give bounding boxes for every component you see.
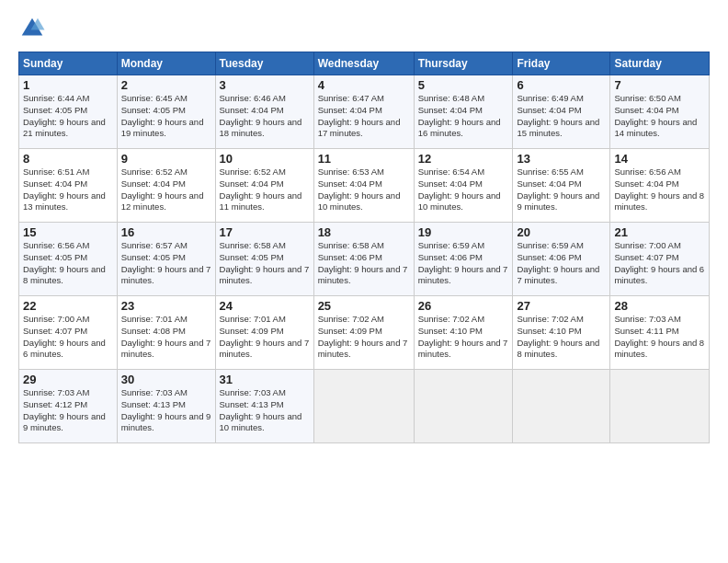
- calendar-cell: [513, 370, 610, 443]
- day-number: 8: [23, 152, 113, 166]
- day-info: Sunrise: 7:02 AMSunset: 4:10 PMDaylight:…: [517, 314, 606, 361]
- calendar-cell: 22Sunrise: 7:00 AMSunset: 4:07 PMDayligh…: [19, 296, 118, 370]
- day-number: 12: [418, 152, 509, 166]
- calendar-cell: 31Sunrise: 7:03 AMSunset: 4:13 PMDayligh…: [215, 370, 313, 443]
- day-info: Sunrise: 6:48 AMSunset: 4:04 PMDaylight:…: [418, 93, 509, 140]
- calendar-cell: 18Sunrise: 6:58 AMSunset: 4:06 PMDayligh…: [313, 223, 414, 296]
- calendar-cell: 13Sunrise: 6:55 AMSunset: 4:04 PMDayligh…: [513, 149, 610, 223]
- calendar-table: SundayMondayTuesdayWednesdayThursdayFrid…: [18, 52, 710, 443]
- day-number: 26: [418, 299, 509, 313]
- day-info: Sunrise: 6:46 AMSunset: 4:04 PMDaylight:…: [220, 93, 310, 140]
- day-number: 23: [121, 299, 211, 313]
- day-info: Sunrise: 6:52 AMSunset: 4:04 PMDaylight:…: [121, 167, 211, 213]
- calendar-cell: 20Sunrise: 6:59 AMSunset: 4:06 PMDayligh…: [513, 223, 610, 296]
- day-number: 13: [517, 152, 606, 166]
- col-header-sunday: Sunday: [19, 52, 118, 75]
- day-info: Sunrise: 6:50 AMSunset: 4:04 PMDaylight:…: [614, 93, 705, 140]
- day-info: Sunrise: 6:56 AMSunset: 4:04 PMDaylight:…: [614, 167, 705, 213]
- day-number: 17: [220, 225, 310, 239]
- day-info: Sunrise: 6:45 AMSunset: 4:05 PMDaylight:…: [121, 93, 211, 140]
- col-header-saturday: Saturday: [610, 52, 710, 75]
- calendar-cell: 24Sunrise: 7:01 AMSunset: 4:09 PMDayligh…: [215, 296, 313, 370]
- day-number: 6: [517, 78, 606, 92]
- calendar-cell: 25Sunrise: 7:02 AMSunset: 4:09 PMDayligh…: [313, 296, 414, 370]
- calendar-cell: 21Sunrise: 7:00 AMSunset: 4:07 PMDayligh…: [610, 223, 710, 296]
- day-info: Sunrise: 6:52 AMSunset: 4:04 PMDaylight:…: [220, 167, 310, 213]
- header: [18, 15, 710, 42]
- day-info: Sunrise: 7:03 AMSunset: 4:12 PMDaylight:…: [23, 387, 113, 434]
- day-info: Sunrise: 7:03 AMSunset: 4:13 PMDaylight:…: [121, 387, 211, 434]
- day-info: Sunrise: 7:02 AMSunset: 4:10 PMDaylight:…: [418, 314, 509, 361]
- col-header-friday: Friday: [513, 52, 610, 75]
- calendar-cell: 16Sunrise: 6:57 AMSunset: 4:05 PMDayligh…: [117, 223, 215, 296]
- calendar-cell: 29Sunrise: 7:03 AMSunset: 4:12 PMDayligh…: [19, 370, 118, 443]
- day-number: 20: [517, 225, 606, 239]
- week-row-2: 8Sunrise: 6:51 AMSunset: 4:04 PMDaylight…: [19, 149, 710, 223]
- day-number: 31: [220, 373, 310, 386]
- col-header-thursday: Thursday: [414, 52, 513, 75]
- day-number: 4: [318, 78, 410, 92]
- day-number: 28: [614, 299, 705, 313]
- day-number: 29: [23, 373, 113, 386]
- col-header-monday: Monday: [117, 52, 215, 75]
- calendar-cell: 6Sunrise: 6:49 AMSunset: 4:04 PMDaylight…: [513, 75, 610, 149]
- day-number: 18: [318, 225, 410, 239]
- day-number: 3: [220, 78, 310, 92]
- col-header-wednesday: Wednesday: [313, 52, 414, 75]
- day-info: Sunrise: 6:49 AMSunset: 4:04 PMDaylight:…: [517, 93, 606, 140]
- calendar-cell: 26Sunrise: 7:02 AMSunset: 4:10 PMDayligh…: [414, 296, 513, 370]
- calendar-cell: 10Sunrise: 6:52 AMSunset: 4:04 PMDayligh…: [215, 149, 313, 223]
- day-number: 16: [121, 225, 211, 239]
- day-info: Sunrise: 6:47 AMSunset: 4:04 PMDaylight:…: [318, 93, 410, 140]
- day-number: 15: [23, 225, 113, 239]
- week-row-5: 29Sunrise: 7:03 AMSunset: 4:12 PMDayligh…: [19, 370, 710, 443]
- calendar-cell: 5Sunrise: 6:48 AMSunset: 4:04 PMDaylight…: [414, 75, 513, 149]
- day-info: Sunrise: 7:00 AMSunset: 4:07 PMDaylight:…: [23, 314, 113, 361]
- day-info: Sunrise: 7:01 AMSunset: 4:08 PMDaylight:…: [121, 314, 211, 361]
- calendar-cell: 2Sunrise: 6:45 AMSunset: 4:05 PMDaylight…: [117, 75, 215, 149]
- calendar-cell: 1Sunrise: 6:44 AMSunset: 4:05 PMDaylight…: [19, 75, 118, 149]
- calendar-cell: 19Sunrise: 6:59 AMSunset: 4:06 PMDayligh…: [414, 223, 513, 296]
- day-info: Sunrise: 6:55 AMSunset: 4:04 PMDaylight:…: [517, 167, 606, 213]
- day-number: 9: [121, 152, 211, 166]
- day-number: 25: [318, 299, 410, 313]
- calendar-cell: 4Sunrise: 6:47 AMSunset: 4:04 PMDaylight…: [313, 75, 414, 149]
- day-info: Sunrise: 6:51 AMSunset: 4:04 PMDaylight:…: [23, 167, 113, 213]
- calendar-header-row: SundayMondayTuesdayWednesdayThursdayFrid…: [19, 52, 710, 75]
- week-row-1: 1Sunrise: 6:44 AMSunset: 4:05 PMDaylight…: [19, 75, 710, 149]
- day-info: Sunrise: 6:56 AMSunset: 4:05 PMDaylight:…: [23, 240, 113, 287]
- calendar-cell: 27Sunrise: 7:02 AMSunset: 4:10 PMDayligh…: [513, 296, 610, 370]
- calendar-cell: 7Sunrise: 6:50 AMSunset: 4:04 PMDaylight…: [610, 75, 710, 149]
- day-number: 7: [614, 78, 705, 92]
- calendar-cell: 28Sunrise: 7:03 AMSunset: 4:11 PMDayligh…: [610, 296, 710, 370]
- calendar-cell: 9Sunrise: 6:52 AMSunset: 4:04 PMDaylight…: [117, 149, 215, 223]
- calendar-cell: 23Sunrise: 7:01 AMSunset: 4:08 PMDayligh…: [117, 296, 215, 370]
- calendar-cell: 14Sunrise: 6:56 AMSunset: 4:04 PMDayligh…: [610, 149, 710, 223]
- calendar-cell: [313, 370, 414, 443]
- day-number: 21: [614, 225, 705, 239]
- day-info: Sunrise: 7:03 AMSunset: 4:13 PMDaylight:…: [220, 387, 310, 434]
- calendar-cell: 11Sunrise: 6:53 AMSunset: 4:04 PMDayligh…: [313, 149, 414, 223]
- day-number: 19: [418, 225, 509, 239]
- calendar-cell: [610, 370, 710, 443]
- page: SundayMondayTuesdayWednesdayThursdayFrid…: [0, 0, 728, 563]
- day-number: 30: [121, 373, 211, 386]
- day-info: Sunrise: 6:54 AMSunset: 4:04 PMDaylight:…: [418, 167, 509, 213]
- day-info: Sunrise: 6:57 AMSunset: 4:05 PMDaylight:…: [121, 240, 211, 287]
- week-row-3: 15Sunrise: 6:56 AMSunset: 4:05 PMDayligh…: [19, 223, 710, 296]
- logo-icon: [18, 15, 46, 42]
- day-info: Sunrise: 7:03 AMSunset: 4:11 PMDaylight:…: [614, 314, 705, 361]
- calendar-cell: 3Sunrise: 6:46 AMSunset: 4:04 PMDaylight…: [215, 75, 313, 149]
- day-info: Sunrise: 6:59 AMSunset: 4:06 PMDaylight:…: [418, 240, 509, 287]
- calendar-cell: [414, 370, 513, 443]
- day-number: 24: [220, 299, 310, 313]
- day-info: Sunrise: 6:44 AMSunset: 4:05 PMDaylight:…: [23, 93, 113, 140]
- logo: [18, 15, 50, 42]
- day-number: 11: [318, 152, 410, 166]
- day-info: Sunrise: 7:00 AMSunset: 4:07 PMDaylight:…: [614, 240, 705, 287]
- day-number: 10: [220, 152, 310, 166]
- calendar-cell: 12Sunrise: 6:54 AMSunset: 4:04 PMDayligh…: [414, 149, 513, 223]
- day-number: 5: [418, 78, 509, 92]
- day-info: Sunrise: 6:58 AMSunset: 4:06 PMDaylight:…: [318, 240, 410, 287]
- col-header-tuesday: Tuesday: [215, 52, 313, 75]
